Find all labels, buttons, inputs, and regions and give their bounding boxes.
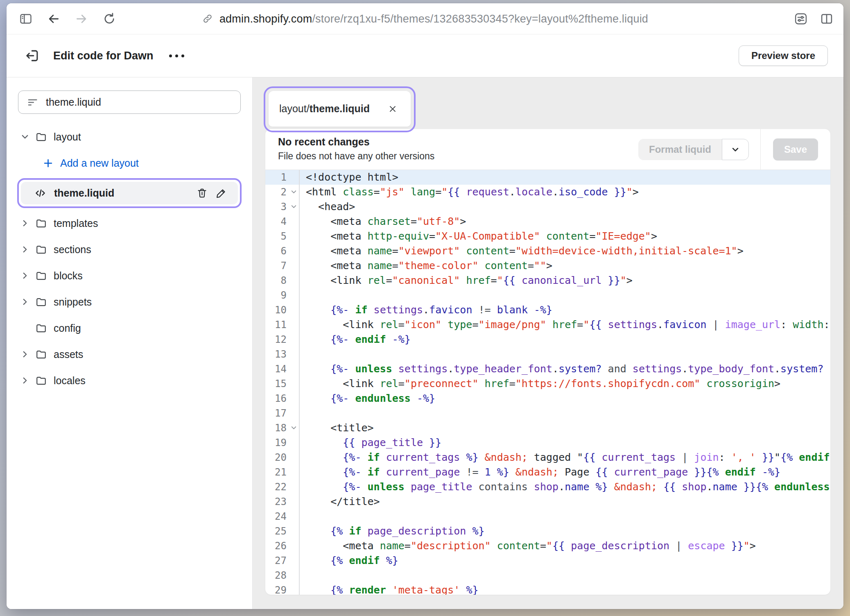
code-line[interactable]: <head> (300, 199, 830, 214)
url-text: admin.shopify.com/store/rzq1xu-f5/themes… (219, 12, 648, 25)
code-line[interactable]: <meta charset="utf-8"> (300, 214, 830, 229)
active-tab-highlight-ring: layout/theme.liquid (264, 86, 416, 132)
fold-icon[interactable] (290, 203, 297, 210)
code-line-row: 9 (265, 288, 830, 303)
address-bar[interactable]: admin.shopify.com/store/rzq1xu-f5/themes… (202, 12, 648, 25)
code-line-row: 14 {%- unless settings.type_header_font.… (265, 362, 830, 376)
code-line[interactable]: {% if page_description %} (300, 524, 830, 539)
code-line-row: 8 <link rel="canonical" href="{{ canonic… (265, 273, 830, 288)
chevron-down-icon (730, 144, 741, 155)
code-line[interactable]: <link rel="icon" type="image/png" href="… (300, 317, 830, 332)
line-number: 16 (265, 391, 300, 406)
line-number: 3 (265, 199, 300, 214)
format-liquid-button[interactable]: Format liquid (638, 139, 722, 160)
code-line[interactable]: {%- unless page_title contains shop.name… (300, 480, 830, 494)
sidebar-file-theme.liquid[interactable]: theme.liquid (21, 182, 238, 204)
code-line-row: 15 <link rel="preconnect" href="https://… (265, 376, 830, 391)
line-number: 11 (265, 317, 300, 332)
code-line-row: 29 {% render 'meta-tags' %} (265, 583, 830, 595)
code-line[interactable]: {%- endif -%} (300, 332, 830, 347)
chevron-right-icon[interactable] (20, 271, 30, 280)
chevron-right-icon[interactable] (20, 245, 30, 254)
code-line[interactable]: <link rel="preconnect" href="https://fon… (300, 376, 830, 391)
page-title: Edit code for Dawn (53, 50, 154, 62)
sidebar-folder-locales[interactable]: locales (7, 367, 252, 394)
code-line-row: 20 {%- if current_tags %} &ndash; tagged… (265, 450, 830, 465)
tune-icon[interactable] (793, 11, 808, 26)
overflow-menu-icon[interactable] (169, 54, 184, 57)
code-editor[interactable]: 1<!doctype html>2<html class="js" lang="… (265, 170, 830, 595)
add-new-layout-button[interactable]: Add a new layout (7, 150, 252, 176)
preview-store-button[interactable]: Preview store (739, 45, 828, 66)
line-number: 9 (265, 288, 300, 303)
code-line[interactable]: {%- if current_page != 1 %} &ndash; Page… (300, 465, 830, 480)
code-line[interactable]: </title> (300, 494, 830, 509)
code-line[interactable] (300, 509, 830, 524)
sidebar-folder-config[interactable]: config (7, 315, 252, 341)
tab-theme-liquid[interactable]: layout/theme.liquid (269, 91, 411, 127)
code-line[interactable]: <meta http-equiv="X-UA-Compatible" conte… (300, 229, 830, 244)
code-line[interactable]: {%- if current_tags %} &ndash; tagged "{… (300, 450, 830, 465)
fold-icon[interactable] (290, 424, 297, 431)
code-line[interactable]: <meta name="description" content="{{ pag… (300, 539, 830, 553)
url-host: admin.shopify.com (219, 12, 312, 25)
back-icon[interactable] (47, 12, 61, 26)
line-number: 18 (265, 421, 300, 435)
close-icon[interactable] (385, 102, 400, 116)
code-line[interactable]: {% render 'meta-tags' %} (300, 583, 830, 595)
sidebar-folder-assets[interactable]: assets (7, 341, 252, 367)
code-line[interactable] (300, 568, 830, 583)
code-line-row: 22 {%- unless page_title contains shop.n… (265, 480, 830, 494)
fold-icon[interactable] (290, 188, 297, 195)
line-number: 10 (265, 303, 300, 317)
status-subtitle: File does not have any other versions (278, 151, 638, 162)
folder-label: config (54, 322, 81, 334)
code-line[interactable]: <html class="js" lang="{{ request.locale… (300, 185, 830, 199)
code-line[interactable]: {% endif %} (300, 553, 830, 568)
sidebar-folder-sections[interactable]: sections (7, 236, 252, 263)
split-view-icon[interactable] (820, 12, 834, 26)
code-line[interactable]: <title> (300, 421, 830, 435)
code-line[interactable]: <link rel="canonical" href="{{ canonical… (300, 273, 830, 288)
chevron-right-icon[interactable] (20, 376, 30, 385)
line-number: 23 (265, 494, 300, 509)
code-line[interactable]: <meta name="theme-color" content=""> (300, 258, 830, 273)
save-button[interactable]: Save (773, 138, 818, 161)
code-line[interactable] (300, 288, 830, 303)
forward-icon[interactable] (75, 12, 88, 26)
file-search-input[interactable]: theme.liquid (18, 91, 241, 114)
folder-icon (35, 244, 47, 256)
code-line-row: 16 {%- endunless -%} (265, 391, 830, 406)
code-line[interactable] (300, 406, 830, 421)
code-line[interactable] (300, 347, 830, 362)
format-options-dropdown[interactable] (722, 139, 749, 160)
sidebar-folder-blocks[interactable]: blocks (7, 263, 252, 289)
folder-icon (35, 322, 47, 334)
sidebar-folder-templates[interactable]: templates (7, 210, 252, 236)
code-line[interactable]: {%- if settings.favicon != blank -%} (300, 303, 830, 317)
line-number: 4 (265, 214, 300, 229)
exit-icon[interactable] (25, 48, 40, 63)
search-value: theme.liquid (46, 96, 101, 108)
browser-sidebar-icon[interactable] (19, 12, 33, 26)
code-line[interactable]: {%- endunless -%} (300, 391, 830, 406)
edit-icon[interactable] (215, 187, 227, 199)
code-line[interactable]: {{ page_title }} (300, 435, 830, 450)
delete-icon[interactable] (196, 187, 208, 199)
chevron-right-icon[interactable] (20, 219, 30, 228)
line-number: 27 (265, 553, 300, 568)
sidebar-folder-snippets[interactable]: snippets (7, 289, 252, 315)
chevron-right-icon[interactable] (20, 297, 30, 306)
reload-icon[interactable] (102, 12, 116, 26)
code-line[interactable]: <!doctype html> (300, 170, 830, 185)
folder-label: locales (54, 375, 86, 387)
chevron-right-icon[interactable] (20, 350, 30, 359)
code-line[interactable]: <meta name="viewport" content="width=dev… (300, 244, 830, 258)
chevron-down-icon[interactable] (20, 132, 30, 141)
code-line-row: 18 <title> (265, 421, 830, 435)
line-number: 6 (265, 244, 300, 258)
folder-label: snippets (54, 296, 92, 308)
sidebar-folder-layout[interactable]: layout (7, 124, 252, 150)
code-line[interactable]: {%- unless settings.type_header_font.sys… (300, 362, 830, 376)
line-number: 24 (265, 509, 300, 524)
